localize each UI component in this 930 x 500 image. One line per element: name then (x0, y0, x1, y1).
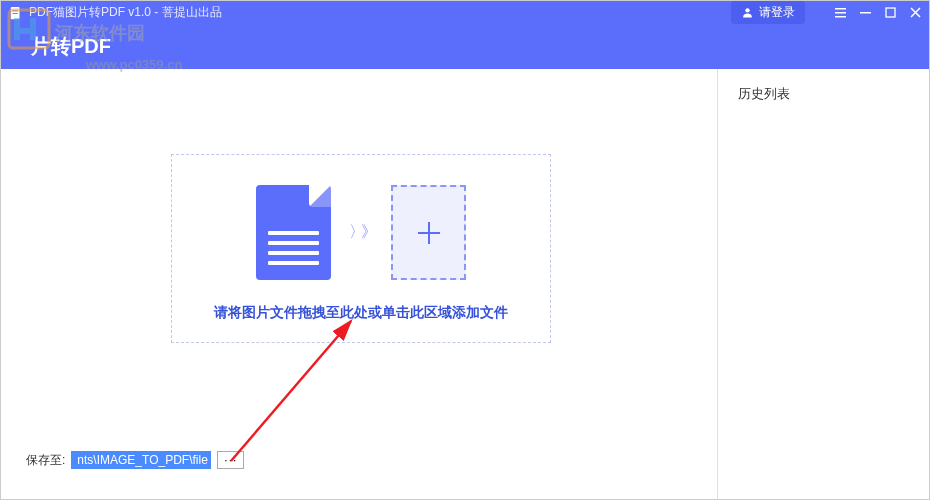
arrow-separator: 〉》 (349, 222, 373, 243)
user-icon (741, 6, 754, 19)
dropzone-illustration: 〉》 (192, 185, 530, 280)
svg-rect-9 (886, 8, 895, 17)
svg-rect-8 (860, 12, 871, 14)
header-banner: 片转PDF (1, 24, 929, 69)
svg-rect-5 (835, 8, 846, 10)
add-file-icon (391, 185, 466, 280)
svg-rect-2 (13, 10, 18, 11)
minimize-button[interactable] (860, 7, 871, 18)
document-icon (256, 185, 331, 280)
main-content: 〉》 请将图片文件拖拽至此处或单击此区域添加文件 保存至: nts\IMAGE_… (1, 69, 717, 499)
titlebar: PDF猫图片转PDF v1.0 - 菩提山出品 请登录 (1, 1, 929, 24)
svg-rect-3 (13, 13, 18, 14)
dropzone[interactable]: 〉》 请将图片文件拖拽至此处或单击此区域添加文件 (171, 154, 551, 343)
login-button[interactable]: 请登录 (731, 1, 805, 24)
dropzone-instruction: 请将图片文件拖拽至此处或单击此区域添加文件 (192, 304, 530, 322)
close-button[interactable] (910, 7, 921, 18)
page-title: 片转PDF (31, 33, 111, 60)
login-label: 请登录 (759, 4, 795, 21)
sidebar: 历史列表 (717, 69, 929, 499)
history-title: 历史列表 (738, 85, 909, 103)
browse-button[interactable]: ··· (217, 451, 244, 469)
menu-button[interactable] (835, 7, 846, 18)
window-title: PDF猫图片转PDF v1.0 - 菩提山出品 (29, 4, 731, 21)
maximize-button[interactable] (885, 7, 896, 18)
app-icon (9, 6, 23, 20)
window-controls (835, 7, 921, 18)
save-path-input[interactable]: nts\IMAGE_TO_PDF\file (71, 451, 211, 469)
svg-rect-7 (835, 16, 846, 18)
save-path-row: 保存至: nts\IMAGE_TO_PDF\file ··· (26, 451, 244, 469)
save-label: 保存至: (26, 452, 65, 469)
svg-rect-6 (835, 12, 846, 14)
svg-point-4 (745, 8, 749, 12)
